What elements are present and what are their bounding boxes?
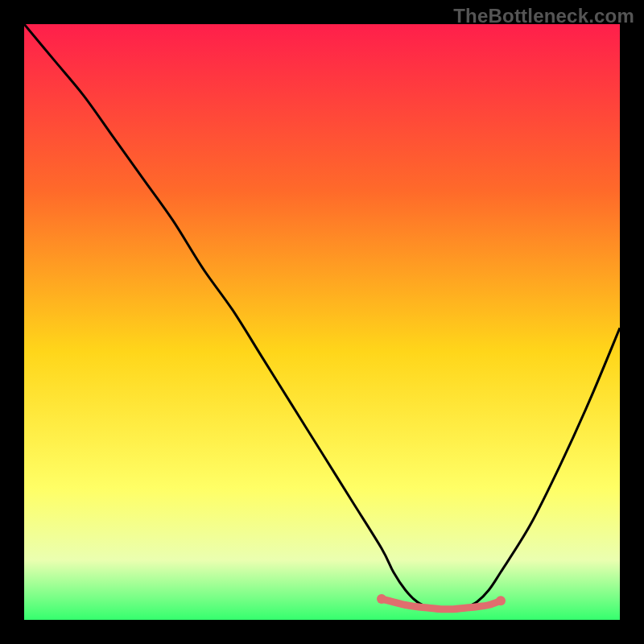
highlight-end-dot <box>377 594 386 604</box>
highlight-end-dot <box>496 596 506 605</box>
chart-frame <box>24 24 620 620</box>
watermark-text: TheBottleneck.com <box>453 5 634 27</box>
bottleneck-chart <box>24 24 620 620</box>
heat-gradient-background <box>24 24 620 620</box>
